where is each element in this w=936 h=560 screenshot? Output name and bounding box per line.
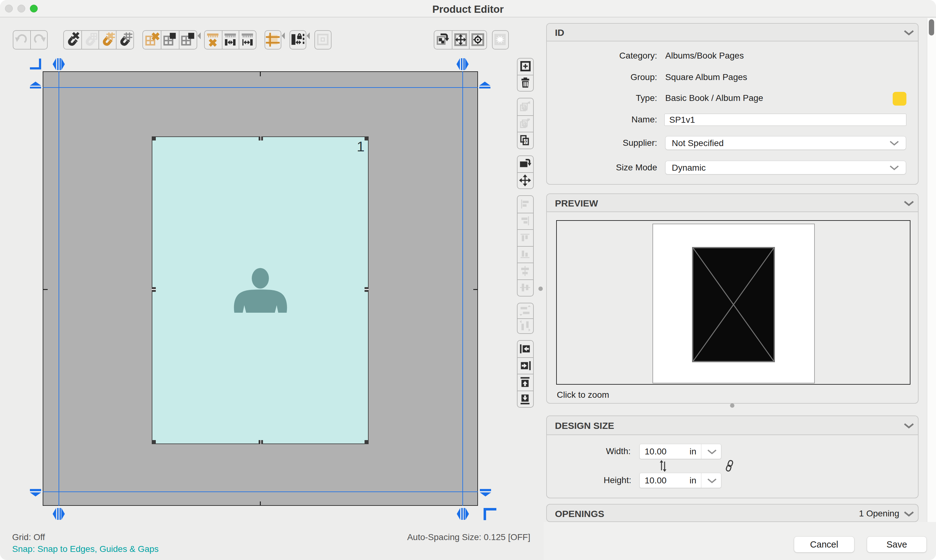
svg-text:3: 3 — [524, 124, 526, 128]
svg-text:3: 3 — [524, 106, 526, 110]
svg-text:?: ? — [524, 140, 527, 145]
